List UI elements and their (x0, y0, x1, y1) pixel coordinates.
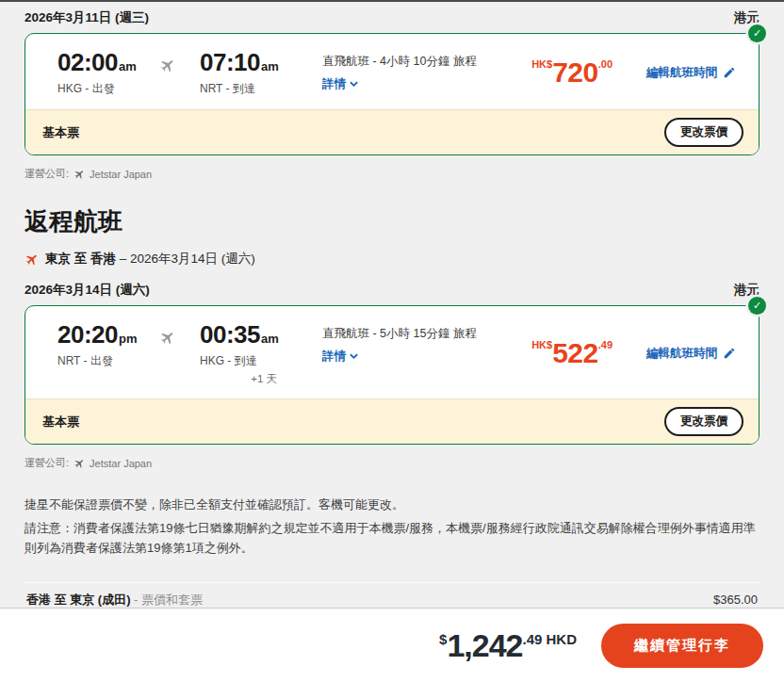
operator-name: Jetstar Japan (90, 169, 152, 180)
operator-name: Jetstar Japan (90, 458, 152, 469)
airline-plane-icon (74, 458, 85, 469)
selected-check-icon: ✓ (748, 297, 766, 315)
details-link[interactable]: 詳情 (322, 349, 358, 365)
return-date-header: 2026年3月14日 (週六) 港元 (24, 282, 760, 299)
departure-port: NRT - 出發 (57, 353, 139, 369)
consumer-protection-notice: 請注意：消費者保護法第19條七日猶豫期解約之規定並不適用于本機票/服務，本機票/… (24, 519, 760, 559)
departure-time: 20:20pm (57, 320, 139, 349)
fare-strip: 基本票 更改票價 (25, 398, 759, 444)
route-text: 東京 至 香港 – 2026年3月14日 (週六) (45, 251, 255, 268)
arrival-time: 07:10am (200, 48, 281, 77)
return-flight-heading: 返程航班 (24, 205, 760, 238)
flight-info-block: 直飛航班 - 4小時 10分鐘 旅程 詳情 (322, 48, 477, 92)
outbound-flight-card: ✓ 02:00am HKG - 出發 07:10am NRT - 到達 直飛航班… (24, 33, 760, 155)
route-plane-icon (24, 252, 39, 267)
flight-info-block: 直飛航班 - 5小時 15分鐘 旅程 詳情 (322, 320, 477, 365)
flight-duration-info: 直飛航班 - 4小時 10分鐘 旅程 (322, 54, 477, 70)
breakdown-label: 香港 至 東京 (成田) - 票價和套票 (26, 591, 203, 609)
plus-day-label: +1 天 (200, 372, 281, 386)
pencil-icon (723, 347, 736, 360)
outbound-card-main: 02:00am HKG - 出發 07:10am NRT - 到達 直飛航班 -… (25, 34, 759, 109)
flight-price: HK$720.00 (531, 57, 612, 89)
selected-check-icon: ✓ (748, 24, 766, 42)
departure-time: 02:00am (57, 48, 139, 77)
outbound-date-header: 2026年3月11日 (週三) 港元 (24, 9, 760, 26)
return-card-main: 20:20pm NRT - 出發 00:35am HKG - 到達 +1 天 直… (25, 306, 759, 398)
fare-strip: 基本票 更改票價 (25, 109, 759, 154)
flight-price: HK$522.49 (531, 337, 612, 369)
breakdown-amount: $365.00 (713, 593, 758, 607)
fare-guarantee-notice: 捷星不能保證票價不變，除非已全額支付並確認預訂。客機可能更改。 (24, 495, 760, 515)
price-edit-group: HK$720.00 編輯航班時間 (531, 57, 740, 89)
arrival-time: 00:35am (200, 320, 281, 349)
change-fare-button[interactable]: 更改票價 (664, 118, 743, 147)
arrival-block: 07:10am NRT - 到達 (200, 48, 281, 97)
arrival-port: NRT - 到達 (200, 81, 281, 97)
fare-type-badge: 基本票 (42, 124, 79, 141)
fare-type-badge: 基本票 (42, 414, 79, 430)
airline-plane-icon (74, 169, 85, 180)
pencil-icon (723, 66, 736, 79)
change-fare-button[interactable]: 更改票價 (664, 407, 743, 436)
departure-port: HKG - 出發 (57, 81, 139, 97)
price-edit-group: HK$522.49 編輯航班時間 (531, 337, 740, 369)
flight-review-page: 2026年3月11日 (週三) 港元 ✓ 02:00am HKG - 出發 07… (0, 2, 784, 682)
return-flight-card: ✓ 20:20pm NRT - 出發 00:35am HKG - 到達 +1 天… (24, 305, 760, 445)
flight-duration-info: 直飛航班 - 5小時 15分鐘 旅程 (322, 326, 477, 342)
continue-button[interactable]: 繼續管理行李 (601, 624, 763, 668)
total-footer: $1,242.49 HKD 繼續管理行李 (0, 608, 784, 682)
chevron-down-icon (350, 81, 358, 88)
departure-block: 20:20pm NRT - 出發 (57, 320, 139, 369)
return-route-line: 東京 至 香港 – 2026年3月14日 (週六) (24, 251, 760, 268)
details-link[interactable]: 詳情 (322, 76, 358, 92)
outbound-operator-line: 運營公司: Jetstar Japan (24, 167, 760, 181)
arrival-port: HKG - 到達 (200, 353, 281, 369)
chevron-down-icon (350, 353, 358, 360)
arrival-block: 00:35am HKG - 到達 +1 天 (200, 320, 281, 386)
return-date: 2026年3月14日 (週六) (24, 282, 150, 299)
return-operator-line: 運營公司: Jetstar Japan (24, 456, 760, 470)
edit-flight-time-link[interactable]: 編輯航班時間 (646, 65, 736, 81)
departure-block: 02:00am HKG - 出發 (57, 48, 139, 97)
total-price: $1,242.49 HKD (439, 627, 577, 664)
outbound-date: 2026年3月11日 (週三) (24, 9, 149, 26)
plane-icon (159, 330, 175, 346)
edit-flight-time-link[interactable]: 編輯航班時間 (646, 346, 736, 362)
plane-icon (159, 57, 175, 73)
